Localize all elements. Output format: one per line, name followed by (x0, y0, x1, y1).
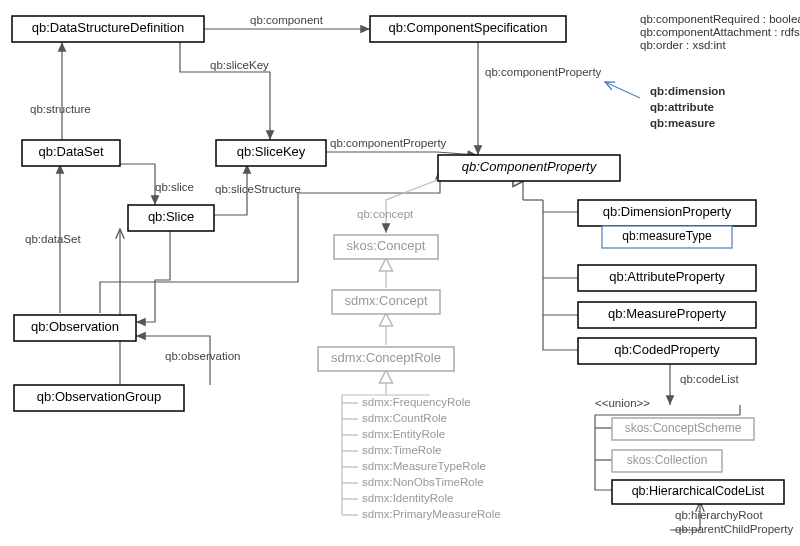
qb-dataset: qb:DataSet (38, 144, 103, 159)
compspec-attr1: qb:componentRequired : boolean (640, 13, 800, 25)
roles-list: sdmx:FrequencyRole sdmx:CountRole sdmx:E… (362, 396, 501, 520)
edge-compprop1: qb:componentProperty (485, 66, 602, 78)
qb-attrprop: qb:AttributeProperty (609, 269, 725, 284)
qb-compspec: qb:ComponentSpecification (389, 20, 548, 35)
union-label: <<union>> (595, 397, 650, 409)
edge-compprop2: qb:componentProperty (330, 137, 447, 149)
edge-slicekey: qb:sliceKey (210, 59, 269, 71)
edge-slice: qb:slice (155, 181, 194, 193)
role-5: sdmx:MeasureTypeRole (362, 460, 486, 472)
skos-conceptscheme: skos:ConceptScheme (625, 421, 742, 435)
qb-dimprop: qb:DimensionProperty (603, 204, 732, 219)
kind-measure: qb:measure (650, 117, 715, 129)
qb-slice: qb:Slice (148, 209, 194, 224)
edge-codelist: qb:codeList (680, 373, 740, 385)
qb-measprop: qb:MeasureProperty (608, 306, 726, 321)
kind-attribute: qb:attribute (650, 101, 714, 113)
qb-compprop: qb:ComponentProperty (462, 159, 598, 174)
edge-slicestruct: qb:sliceStructure (215, 183, 301, 195)
skos-collection: skos:Collection (627, 453, 708, 467)
role-8: sdmx:PrimaryMeasureRole (362, 508, 501, 520)
qb-slicekey: qb:SliceKey (237, 144, 306, 159)
qb-hiercodelist: qb:HierarchicalCodeList (632, 484, 765, 498)
sdmx-conceptrole: sdmx:ConceptRole (331, 350, 441, 365)
edge-hierroot: qb:hierarchyRoot (675, 509, 763, 521)
edge-observation: qb:observation (165, 350, 240, 362)
sdmx-concept: sdmx:Concept (344, 293, 427, 308)
edge-structure: qb:structure (30, 103, 91, 115)
role-2: sdmx:CountRole (362, 412, 447, 424)
compspec-attr2: qb:componentAttachment : rdfs:Class (640, 26, 800, 38)
role-1: sdmx:FrequencyRole (362, 396, 471, 408)
edge-concept: qb:concept (357, 208, 414, 220)
qb-meastype: qb:measureType (622, 229, 712, 243)
role-7: sdmx:IdentityRole (362, 492, 453, 504)
role-4: sdmx:TimeRole (362, 444, 441, 456)
kind-dimension: qb:dimension (650, 85, 725, 97)
role-3: sdmx:EntityRole (362, 428, 445, 440)
edge-parentchild: qb:parentChildProperty (675, 523, 794, 535)
edge-component: qb:component (250, 14, 324, 26)
compspec-attr3: qb:order : xsd:int (640, 39, 726, 51)
qb-observation: qb:Observation (31, 319, 119, 334)
role-6: sdmx:NonObsTimeRole (362, 476, 484, 488)
qb-dsd: qb:DataStructureDefinition (32, 20, 184, 35)
qb-obsgroup: qb:ObservationGroup (37, 389, 161, 404)
qb-codedprop: qb:CodedProperty (614, 342, 720, 357)
skos-concept: skos:Concept (347, 238, 426, 253)
edge-dataset: qb:dataSet (25, 233, 81, 245)
